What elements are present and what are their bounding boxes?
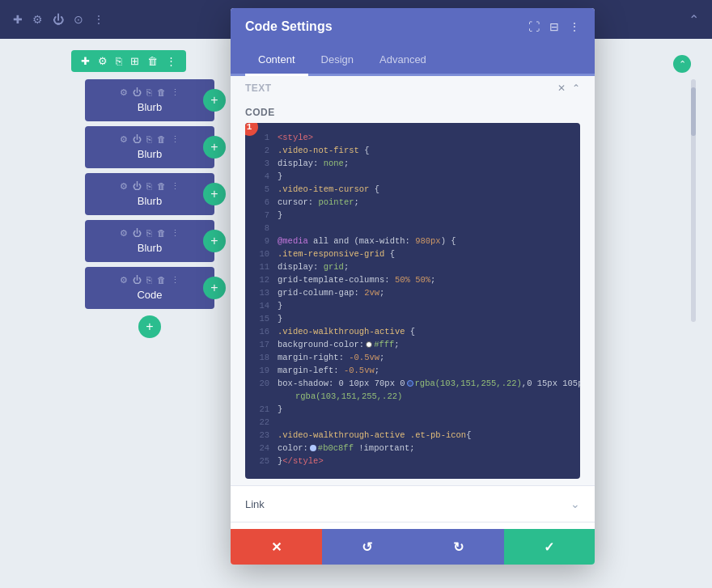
text-section-label: Text: [245, 82, 272, 94]
code-line-3: 3 display: none;: [245, 159, 574, 171]
code-line-5: 5 .video-item-cursor {: [245, 184, 574, 197]
m5-copy-icon[interactable]: ⎘: [146, 275, 152, 286]
accordion-link: Link ⌄: [231, 485, 595, 522]
row-trash-icon[interactable]: 🗑: [147, 55, 158, 67]
code-settings-modal: Code Settings ⛶ ⊟ ⋮ Content Design Advan…: [231, 8, 595, 565]
code-line-11: 11 display: grid;: [245, 262, 574, 275]
link-chevron-icon: ⌄: [570, 497, 580, 510]
m1-more-icon[interactable]: ⋮: [171, 87, 180, 98]
gear-icon[interactable]: ⚙: [32, 13, 43, 26]
code-line-14: 14 }: [245, 301, 574, 314]
row-copy-icon[interactable]: ⎘: [116, 55, 122, 67]
section-action-x[interactable]: ✕: [557, 82, 566, 94]
add-after-blurb1[interactable]: +: [203, 89, 226, 112]
modal-tabs: Content Design Advanced: [231, 45, 595, 76]
add-after-blurb2[interactable]: +: [203, 136, 226, 159]
row-toolbar: ✚ ⚙ ⎘ ⊞ 🗑 ⋮: [71, 50, 186, 72]
m5-trash-icon[interactable]: 🗑: [157, 275, 166, 286]
code-label: Code: [245, 107, 580, 118]
tab-advanced[interactable]: Advanced: [367, 45, 439, 76]
m5-gear-icon[interactable]: ⚙: [120, 275, 128, 286]
code-line-9: 9 @media all and (max-width: 980px) {: [245, 236, 574, 249]
code-line-16: 16 .video-walkthrough-active {: [245, 327, 574, 340]
module-blurb-2[interactable]: ⚙ ⏻ ⎘ 🗑 ⋮ Blurb +: [85, 126, 214, 168]
module-code-label: Code: [137, 289, 162, 301]
history-icon[interactable]: ⊙: [74, 13, 83, 26]
m4-copy-icon[interactable]: ⎘: [146, 228, 152, 239]
collapse-button[interactable]: ⌃: [689, 12, 699, 27]
m3-gear-icon[interactable]: ⚙: [120, 181, 128, 192]
add-after-code[interactable]: +: [203, 277, 226, 299]
m2-gear-icon[interactable]: ⚙: [120, 134, 128, 145]
module-blurb-1[interactable]: ⚙ ⏻ ⎘ 🗑 ⋮ Blurb +: [85, 79, 214, 121]
text-section-header: Text ✕ ⌃: [231, 76, 595, 100]
code-line-20: 20 box-shadow: 0 10px 70px 0rgba(103,151…: [245, 379, 574, 391]
columns-icon[interactable]: ⊟: [549, 20, 559, 33]
module-blurb-1-label: Blurb: [138, 101, 162, 113]
code-line-7: 7 }: [245, 210, 574, 223]
m5-power-icon[interactable]: ⏻: [133, 275, 142, 286]
save-button[interactable]: ✓: [504, 529, 595, 565]
more-options-icon[interactable]: ⋮: [569, 20, 580, 33]
toolbar-right: ⌃: [689, 12, 699, 27]
tab-design[interactable]: Design: [308, 45, 367, 76]
code-line-22: 22: [245, 417, 574, 430]
module-blurb-4[interactable]: ⚙ ⏻ ⎘ 🗑 ⋮ Blurb +: [85, 220, 214, 262]
code-editor[interactable]: 1 1 <style> 2 .video-not-first { 3 displ…: [245, 123, 580, 479]
m2-trash-icon[interactable]: 🗑: [157, 134, 166, 145]
code-line-10: 10 .item-responsive-grid {: [245, 249, 574, 262]
modal-title: Code Settings: [245, 19, 333, 34]
power-icon[interactable]: ⏻: [53, 13, 64, 26]
module-code[interactable]: ⚙ ⏻ ⎘ 🗑 ⋮ Code +: [85, 267, 214, 309]
m4-more-icon[interactable]: ⋮: [171, 228, 180, 239]
accordion-link-title: Link: [245, 498, 265, 510]
m2-power-icon[interactable]: ⏻: [133, 134, 142, 145]
m1-power-icon[interactable]: ⏻: [133, 87, 142, 98]
code-line-23: 23 .video-walkthrough-active .et-pb-icon…: [245, 430, 574, 443]
fullscreen-icon[interactable]: ⛶: [528, 20, 540, 33]
row-grid-icon[interactable]: ⊞: [130, 55, 139, 67]
m3-copy-icon[interactable]: ⎘: [146, 181, 152, 192]
module-blurb-2-label: Blurb: [138, 148, 162, 160]
module-blurb-3[interactable]: ⚙ ⏻ ⎘ 🗑 ⋮ Blurb +: [85, 173, 214, 215]
plus-icon[interactable]: ✚: [13, 13, 23, 26]
add-after-blurb4[interactable]: +: [203, 230, 226, 252]
m4-gear-icon[interactable]: ⚙: [120, 228, 128, 239]
section-action-chevron[interactable]: ⌃: [572, 82, 580, 94]
m3-power-icon[interactable]: ⏻: [133, 181, 142, 192]
m1-trash-icon[interactable]: 🗑: [157, 87, 166, 98]
m4-trash-icon[interactable]: 🗑: [157, 228, 166, 239]
m4-power-icon[interactable]: ⏻: [133, 228, 142, 239]
accordion-link-header[interactable]: Link ⌄: [231, 486, 595, 522]
redo-button[interactable]: ↻: [413, 529, 504, 565]
modal-footer: ✕ ↺ ↻ ✓: [231, 529, 595, 565]
add-module-button[interactable]: +: [138, 315, 161, 338]
accordion-background-header[interactable]: Background ⌄: [231, 522, 595, 529]
m5-more-icon[interactable]: ⋮: [171, 275, 180, 286]
right-scrollbar[interactable]: [691, 79, 696, 322]
m3-trash-icon[interactable]: 🗑: [157, 181, 166, 192]
undo-button[interactable]: ↺: [322, 529, 413, 565]
more-icon[interactable]: ⋮: [93, 13, 104, 26]
code-line-18: 18 margin-right: -0.5vw;: [245, 353, 574, 366]
m2-more-icon[interactable]: ⋮: [171, 134, 180, 145]
modal-collapse-button[interactable]: ⌃: [673, 55, 691, 73]
m3-more-icon[interactable]: ⋮: [171, 181, 180, 192]
add-after-blurb3[interactable]: +: [203, 183, 226, 205]
code-line-15: 15 }: [245, 314, 574, 327]
code-line-8: 8: [245, 223, 574, 236]
code-lines: 1 <style> 2 .video-not-first { 3 display…: [245, 133, 574, 469]
m2-copy-icon[interactable]: ⎘: [146, 134, 152, 145]
code-line-21: 21 }: [245, 404, 574, 417]
row-plus-icon[interactable]: ✚: [81, 55, 90, 67]
code-section: Code 1 1 <style> 2 .video-not-first { 3 …: [231, 100, 595, 485]
code-line-17: 17 background-color:#fff;: [245, 340, 574, 353]
code-line-4: 4 }: [245, 171, 574, 184]
modules-panel: ⚙ ⏻ ⎘ 🗑 ⋮ Blurb + ⚙ ⏻ ⎘ 🗑 ⋮ B: [85, 79, 214, 338]
cancel-button[interactable]: ✕: [231, 529, 322, 565]
m1-gear-icon[interactable]: ⚙: [120, 87, 128, 98]
tab-content[interactable]: Content: [245, 45, 308, 76]
m1-copy-icon[interactable]: ⎘: [146, 87, 152, 98]
row-more-icon[interactable]: ⋮: [166, 55, 176, 67]
row-gear-icon[interactable]: ⚙: [98, 55, 108, 67]
